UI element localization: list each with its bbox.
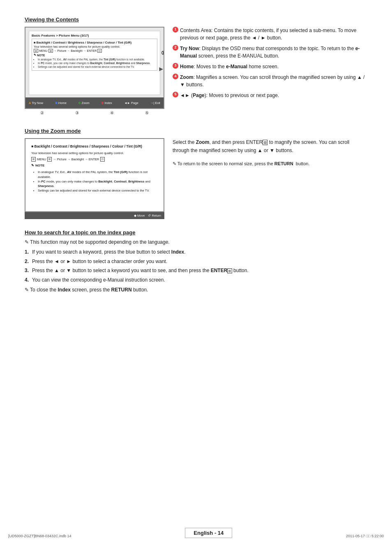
note-item-4: 4 Zoom: Magnifies a screen. You can scro… bbox=[173, 74, 367, 88]
step-num-2: 2. bbox=[25, 257, 32, 266]
tv-note-label: ✎ NOTE bbox=[34, 53, 155, 57]
note-text-3: Home: Moves to the e-Manual home screen. bbox=[180, 63, 279, 70]
step-num-3: 3. bbox=[25, 266, 32, 275]
callout-4: ④ bbox=[110, 111, 114, 115]
note-item-2: 2 Try Now: Displays the OSD menu that co… bbox=[173, 45, 367, 60]
page-footer: [UD5000-ZGZT]BN68-03432C.indb 14 English… bbox=[0, 528, 392, 538]
index-intro: ✎ This function may not be supported dep… bbox=[25, 238, 367, 246]
zoom-note-2: ✎ To return to the screen to normal size… bbox=[173, 160, 367, 168]
note-text-4: Zoom: Magnifies a screen. You can scroll… bbox=[180, 74, 367, 88]
note-text-1: Contents Area: Contains the topic conten… bbox=[180, 27, 367, 42]
tv-note-item: In PC mode, you can only make changes to… bbox=[38, 61, 155, 65]
zoom-note-heading: ✎ NOTE bbox=[31, 163, 158, 168]
tv-nav-bar: A Try Now B Home C Zoom D Index ◄► Page … bbox=[25, 97, 164, 108]
note-circle-1: 1 bbox=[173, 27, 178, 32]
viewing-section: ◄ Basic Features > Picture Menu (3/17) ■… bbox=[25, 27, 367, 116]
zoom-description: Your television has several setting opti… bbox=[31, 151, 158, 155]
note-text-5: ◄► (Page): Moves to previous or next pag… bbox=[180, 92, 279, 99]
note-text-2: Try Now: Displays the OSD menu that corr… bbox=[180, 45, 367, 60]
tv-menu-title: Basic Features > Picture Menu (3/17) bbox=[32, 34, 157, 37]
tv-menu-item: ■ Backlight / Contrast / Brightness / Sh… bbox=[34, 41, 155, 44]
tv-screen: Basic Features > Picture Menu (3/17) ■ B… bbox=[25, 27, 164, 109]
zoom-notes: Select the Zoom, and then press ENTER⊡ t… bbox=[173, 138, 367, 219]
note-circle-2: 2 bbox=[173, 45, 178, 51]
index-section-title: How to search for a topic on the index p… bbox=[25, 229, 367, 236]
tv-note-item: In analogue TV, Ext., AV modes of the PA… bbox=[38, 58, 155, 61]
zoom-bullet-2: In PC mode, you can only make changes to… bbox=[38, 179, 158, 189]
callout-5: ⑤ bbox=[145, 111, 149, 115]
index-section: How to search for a topic on the index p… bbox=[25, 229, 367, 294]
nav-index: D Index bbox=[101, 101, 112, 105]
tv-arrow-right[interactable]: ► bbox=[158, 65, 164, 72]
nav-zoom: C Zoom bbox=[78, 101, 90, 105]
step-text-2: Press the ◄ or ► button to select a char… bbox=[32, 257, 367, 266]
tv-note-item: Settings can be adjusted and stored for … bbox=[38, 65, 155, 69]
zoom-bullet-list: In analogue TV, Ext., AV modes of the PA… bbox=[31, 170, 158, 193]
note-circle-4: 4 bbox=[173, 74, 178, 79]
index-step-list: 1. If you want to search a keyword, pres… bbox=[25, 248, 367, 284]
step-text-1: If you want to search a keyword, press t… bbox=[32, 248, 367, 256]
index-step-1: 1. If you want to search a keyword, pres… bbox=[25, 248, 367, 256]
tv-content-box: ■ Backlight / Contrast / Brightness / Sh… bbox=[32, 39, 157, 71]
viewing-section-title: Viewing the Contents bbox=[25, 16, 367, 23]
step-text-4: You can view the corresponding e-Manual … bbox=[32, 276, 367, 284]
tv-description: Your television has several setting opti… bbox=[34, 45, 155, 48]
tv-inner: Basic Features > Picture Menu (3/17) ■ B… bbox=[29, 31, 160, 95]
callout-number-1: ① bbox=[161, 50, 164, 56]
zoom-bullet-1: In analogue TV, Ext., AV modes of the PA… bbox=[38, 170, 158, 179]
zoom-screen: ■ Backlight / Contrast / Brightness / Sh… bbox=[25, 138, 164, 212]
note-item-5: 5 ◄► (Page): Moves to previous or next p… bbox=[173, 92, 367, 99]
footer-right: 2011-05-17 □□ 5:22:00 bbox=[346, 534, 384, 538]
tv-note-list: In analogue TV, Ext., AV modes of the PA… bbox=[34, 58, 155, 69]
callout-2: ② bbox=[40, 111, 44, 115]
zoom-nav-return: ↺ Return bbox=[148, 214, 161, 217]
zoom-section: ■ Backlight / Contrast / Brightness / Sh… bbox=[25, 138, 367, 219]
nav-home: B Home bbox=[55, 101, 66, 105]
index-step-2: 2. Press the ◄ or ► button to select a c… bbox=[25, 257, 367, 266]
nav-try-now: A Try Now bbox=[29, 101, 43, 105]
step-num-4: 4. bbox=[25, 276, 32, 284]
footer-center: English - 14 bbox=[185, 528, 232, 538]
step-text-3: Press the ▲ or ▼ button to select a keyw… bbox=[32, 266, 367, 275]
tv-menu-path: ⊞ MENU⊞ → Picture → Backlight → ENTER⊡ bbox=[34, 49, 155, 53]
page-label: English - 14 bbox=[185, 528, 232, 538]
index-tip: ✎ To close the Index screen, press the R… bbox=[25, 286, 367, 294]
note-item-1: 1 Contents Area: Contains the topic cont… bbox=[173, 27, 367, 42]
zoom-bullet-3: Settings can be adjusted and stored for … bbox=[38, 188, 158, 193]
zoom-menu-path: ⊞ MENU⊞ → Picture → Backlight → ENTER⊡ bbox=[31, 157, 158, 162]
index-step-3: 3. Press the ▲ or ▼ button to select a k… bbox=[25, 266, 367, 275]
viewing-notes: 1 Contents Area: Contains the topic cont… bbox=[173, 27, 367, 116]
nav-page: ◄► Page bbox=[124, 101, 138, 105]
zoom-mockup: ■ Backlight / Contrast / Brightness / Sh… bbox=[25, 138, 164, 219]
index-step-4: 4. You can view the corresponding e-Manu… bbox=[25, 276, 367, 284]
zoom-nav-move: ◆ Move bbox=[134, 214, 145, 217]
step-num-1: 1. bbox=[25, 248, 32, 256]
zoom-section-title: Using the Zoom mode bbox=[25, 128, 367, 134]
callout-labels: ② ③ ④ ⑤ bbox=[25, 111, 164, 115]
page-container: Viewing the Contents ◄ Basic Features > … bbox=[0, 0, 392, 543]
zoom-title: ■ Backlight / Contrast / Brightness / Sh… bbox=[31, 144, 158, 149]
footer-left: [UD5000-ZGZT]BN68-03432C.indb 14 bbox=[8, 534, 71, 538]
tv-mockup: ◄ Basic Features > Picture Menu (3/17) ■… bbox=[25, 27, 164, 116]
note-circle-3: 3 bbox=[173, 63, 178, 69]
zoom-nav-bar: ◆ Move ↺ Return bbox=[25, 212, 164, 219]
note-item-3: 3 Home: Moves to the e-Manual home scree… bbox=[173, 63, 367, 70]
callout-3: ③ bbox=[75, 111, 79, 115]
note-circle-5: 5 bbox=[173, 92, 178, 97]
nav-exit: →| Exit bbox=[150, 101, 160, 105]
zoom-note-1: Select the Zoom, and then press ENTER⊡ t… bbox=[173, 138, 367, 155]
